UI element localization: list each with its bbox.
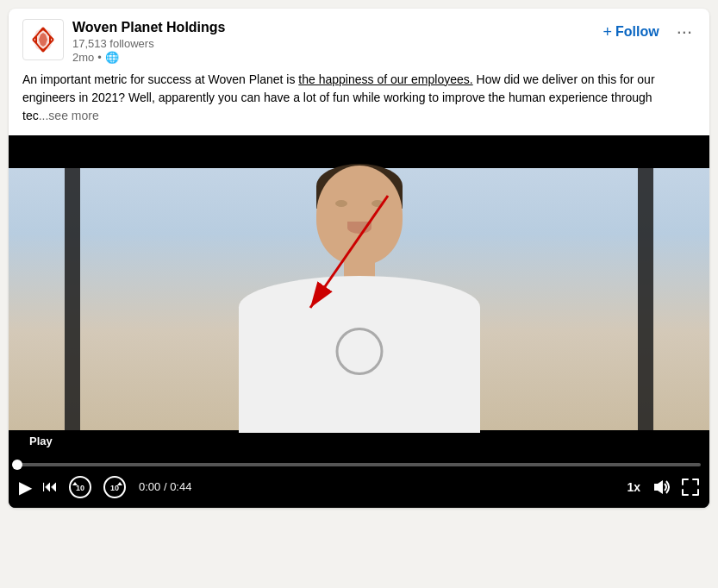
video-frame[interactable]: Play <box>9 135 709 463</box>
linkedin-post-card: Woven Planet Holdings 17,513 followers 2… <box>9 9 709 508</box>
volume-icon <box>652 478 671 497</box>
rewind-icon: 10 <box>68 475 92 499</box>
more-options-button[interactable]: ··· <box>673 19 696 45</box>
forward-icon: 10 <box>103 475 127 499</box>
post-text-before: An important metric for success at Woven… <box>22 72 298 86</box>
followers-count: 17,513 followers <box>72 37 226 50</box>
forward-10-button[interactable]: 10 <box>101 473 128 501</box>
post-text-highlight: the happiness of our employees. <box>298 72 472 86</box>
progress-thumb[interactable] <box>12 460 22 470</box>
progress-track[interactable] <box>17 463 701 466</box>
playback-speed-button[interactable]: 1x <box>623 479 644 496</box>
window-bar-right <box>638 135 653 463</box>
volume-button[interactable] <box>651 476 673 498</box>
company-logo[interactable] <box>22 19 64 60</box>
play-button[interactable]: ▶ <box>17 475 34 499</box>
follow-plus-icon: + <box>602 23 612 41</box>
post-text: An important metric for success at Woven… <box>9 71 709 135</box>
black-bar-bottom <box>9 430 709 463</box>
video-controls: ▶ ⏮ 10 10 <box>9 463 709 508</box>
shirt-graphic <box>335 328 383 375</box>
globe-icon: 🌐 <box>105 51 119 64</box>
follow-label: Follow <box>615 24 659 40</box>
header-actions: + Follow ··· <box>596 19 696 45</box>
see-more-link[interactable]: ...see more <box>39 109 99 122</box>
post-header: Woven Planet Holdings 17,513 followers 2… <box>9 9 709 71</box>
company-name[interactable]: Woven Planet Holdings <box>72 19 226 37</box>
company-info-section: Woven Planet Holdings 17,513 followers 2… <box>22 19 226 64</box>
logo-svg <box>28 24 59 55</box>
company-details: Woven Planet Holdings 17,513 followers 2… <box>72 19 226 64</box>
fullscreen-icon <box>682 479 699 496</box>
skip-to-start-button[interactable]: ⏮ <box>41 476 59 497</box>
post-age: 2mo <box>72 51 94 64</box>
play-badge[interactable]: Play <box>21 431 61 451</box>
person-body <box>239 276 480 433</box>
person-head <box>316 166 403 265</box>
dot-separator: • <box>97 51 102 64</box>
video-container: Play ▶ ⏮ 10 <box>9 135 709 508</box>
rewind-10-button[interactable]: 10 <box>66 473 94 501</box>
fullscreen-button[interactable] <box>680 477 701 497</box>
window-bar-left <box>65 135 80 463</box>
controls-row: ▶ ⏮ 10 10 <box>17 473 701 501</box>
svg-marker-7 <box>654 480 663 494</box>
person-figure <box>239 166 480 433</box>
time-display: 0:00 / 0:44 <box>139 480 191 493</box>
follow-button[interactable]: + Follow <box>596 20 665 45</box>
post-meta: 2mo • 🌐 <box>72 51 226 64</box>
